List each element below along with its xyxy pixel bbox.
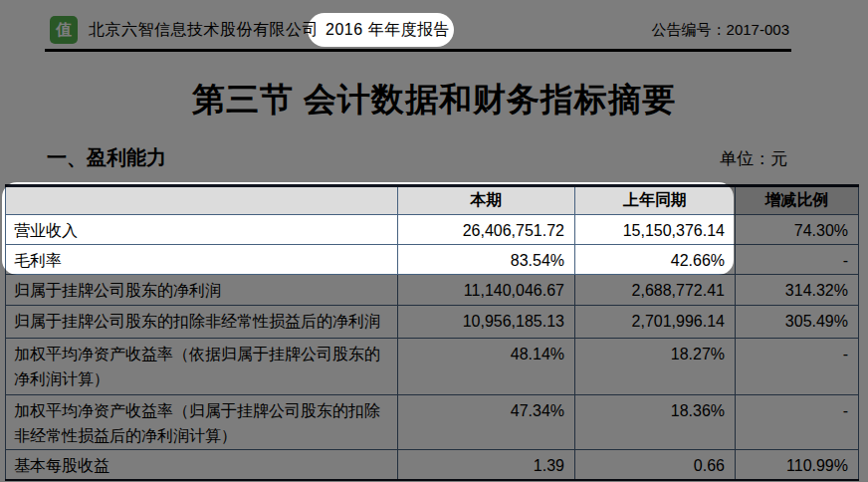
page-title: 第三节 会计数据和财务指标摘要 [0,78,868,122]
change-ratio-cell: - [736,245,859,275]
table-row: 加权平均净资产收益率（依据归属于挂牌公司股东的净利润计算） 48.14% 18.… [6,339,859,395]
section-row: 一、盈利能力 单位：元 [47,144,787,171]
metric-label-cell: 加权平均净资产收益率（依据归属于挂牌公司股东的净利润计算） [6,339,398,395]
company-logo-icon: 值 [50,16,78,44]
change-ratio-header: 增减比例 [736,186,859,215]
current-period-cell: 47.34% [398,395,575,450]
table-body: 营业收入 26,406,751.72 15,150,376.14 74.30% … [6,215,859,481]
metric-label-cell: 基本每股收益 [6,450,398,481]
change-ratio-cell: 305.49% [736,306,859,339]
prior-period-cell: 2,688,772.41 [575,275,736,306]
current-period-cell: 48.14% [398,339,575,395]
document-header: 值 北京六智信息技术股份有限公司 2016 年年度报告 公告编号：2017-00… [50,15,789,45]
change-ratio-cell: - [736,339,859,395]
table-header-row: 本期 上年同期 增减比例 [6,186,859,215]
financial-table: 本期 上年同期 增减比例 营业收入 26,406,751.72 15,150,3… [5,184,859,481]
prior-period-cell: 18.27% [575,339,736,395]
metric-label-cell: 营业收入 [6,215,398,245]
prior-period-cell: 0.66 [575,450,736,481]
metric-label-cell: 归属于挂牌公司股东的扣除非经常性损益后的净利润 [6,306,398,339]
header-divider [45,49,791,52]
table-row: 基本每股收益 1.39 0.66 110.99% [6,450,859,481]
unit-label: 单位：元 [720,147,787,170]
current-period-cell: 10,956,185.13 [398,306,575,339]
change-ratio-cell: 314.32% [736,275,859,306]
metric-label-cell: 归属于挂牌公司股东的净利润 [6,275,398,306]
prior-period-cell: 42.66% [575,245,736,275]
change-ratio-cell: 74.30% [736,215,859,245]
metric-label-cell: 毛利率 [6,245,398,275]
current-period-cell: 26,406,751.72 [398,215,575,245]
current-period-header: 本期 [398,186,575,215]
metric-label-cell: 加权平均净资产收益率（归属于挂牌公司股东的扣除非经常性损益后的净利润计算） [6,395,398,450]
prior-period-cell: 2,701,996.14 [575,306,736,339]
company-name: 北京六智信息技术股份有限公司 [89,20,319,41]
announcement-number: 公告编号：2017-003 [652,21,789,40]
section-heading: 一、盈利能力 [47,144,166,171]
report-page: 值 北京六智信息技术股份有限公司 2016 年年度报告 公告编号：2017-00… [0,0,868,482]
change-ratio-cell: - [736,395,859,450]
table-row: 营业收入 26,406,751.72 15,150,376.14 74.30% [6,215,859,245]
current-period-cell: 11,140,046.67 [398,275,575,306]
table-row: 归属于挂牌公司股东的净利润 11,140,046.67 2,688,772.41… [6,275,859,306]
prior-period-header: 上年同期 [575,186,736,215]
current-period-cell: 1.39 [398,450,575,481]
prior-period-cell: 18.36% [575,395,736,450]
table-row: 毛利率 83.54% 42.66% - [6,245,859,275]
table-row: 归属于挂牌公司股东的扣除非经常性损益后的净利润 10,956,185.13 2,… [6,306,859,339]
prior-period-cell: 15,150,376.14 [575,215,736,245]
current-period-cell: 83.54% [398,245,575,275]
change-ratio-cell: 110.99% [736,450,859,481]
metric-column-header [6,186,398,215]
report-period: 2016 年年度报告 [326,20,450,41]
table-row: 加权平均净资产收益率（归属于挂牌公司股东的扣除非经常性损益后的净利润计算） 47… [6,395,859,450]
